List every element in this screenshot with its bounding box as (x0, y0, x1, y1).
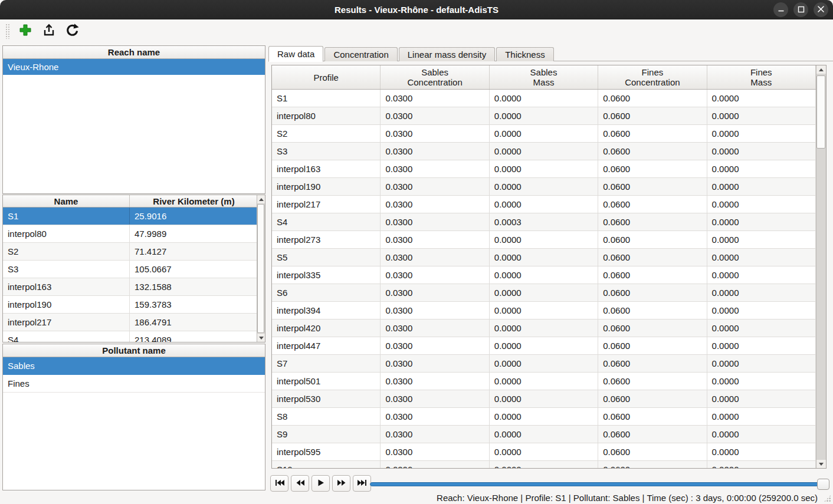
export-button[interactable] (41, 23, 57, 39)
tab[interactable]: Thickness (496, 47, 554, 61)
reach-list-item[interactable]: Vieux-Rhone (3, 59, 265, 75)
cell-sables-concentration: 0.0300 (381, 390, 489, 407)
cell-sables-mass: 0.0000 (490, 408, 598, 425)
table-row[interactable]: S6 0.0300 0.0000 0.0600 0.0000 (272, 284, 816, 302)
table-row[interactable]: interpol80 0.0300 0.0000 0.0600 0.0000 (272, 107, 816, 125)
play-icon (317, 479, 324, 489)
scroll-up-arrow-icon[interactable] (257, 195, 265, 203)
minimize-button[interactable] (773, 2, 788, 17)
table-row[interactable]: S5 0.0300 0.0000 0.0600 0.0000 (272, 249, 816, 266)
cell-fines-concentration: 0.0600 (598, 461, 707, 469)
cell-fines-mass: 0.0000 (707, 249, 816, 266)
maximize-button[interactable] (793, 2, 808, 17)
skip-last-icon (357, 479, 368, 489)
cell-profile: interpol595 (272, 443, 381, 460)
skip-first-button[interactable] (270, 475, 288, 492)
table-row[interactable]: S10 0.0300 0.0000 0.0600 0.0000 (272, 461, 816, 469)
data-table-scrollbar[interactable] (816, 65, 826, 468)
table-row[interactable]: S8 0.0300 0.0000 0.0600 0.0000 (272, 408, 816, 426)
play-button[interactable] (311, 475, 330, 492)
cell-sables-concentration: 0.0300 (381, 178, 489, 195)
cell-river-kilometer: 25.9016 (130, 207, 258, 225)
cell-sables-mass: 0.0000 (490, 302, 598, 319)
cell-fines-concentration: 0.0600 (598, 213, 707, 230)
table-row[interactable]: interpol595 0.0300 0.0000 0.0600 0.0000 (272, 443, 816, 461)
table-row[interactable]: S2 0.0300 0.0000 0.0600 0.0000 (272, 125, 816, 143)
toolbar-drag-handle[interactable] (5, 24, 10, 39)
table-row[interactable]: interpol394 0.0300 0.0000 0.0600 0.0000 (272, 302, 816, 319)
table-row[interactable]: interpol530 0.0300 0.0000 0.0600 0.0000 (272, 390, 816, 408)
profile-table-scrollbar[interactable] (257, 195, 265, 342)
cell-fines-mass: 0.0000 (707, 319, 816, 337)
table-row[interactable]: S1 0.0300 0.0000 0.0600 0.0000 (272, 90, 816, 107)
tab[interactable]: Concentration (324, 47, 397, 61)
cell-sables-concentration: 0.0300 (381, 249, 489, 266)
cell-sables-concentration: 0.0300 (381, 231, 489, 248)
cell-sables-concentration: 0.0300 (381, 426, 489, 443)
profile-row[interactable]: S1 25.9016 (3, 207, 258, 225)
tab[interactable]: Linear mass density (399, 47, 495, 61)
scrollbar-thumb[interactable] (816, 75, 825, 149)
profile-panel: Name River Kilometer (m) S1 25.9016 inte… (2, 195, 265, 342)
profile-row[interactable]: interpol163 132.1588 (3, 278, 258, 296)
profile-row[interactable]: interpol190 159.3783 (3, 296, 258, 314)
profile-row[interactable]: interpol217 186.4791 (3, 314, 258, 331)
cell-sables-mass: 0.0000 (490, 319, 598, 337)
time-slider-handle[interactable] (817, 479, 829, 490)
profile-row[interactable]: interpol80 47.9989 (3, 225, 258, 243)
cell-fines-mass: 0.0000 (707, 266, 816, 284)
cell-profile: interpol273 (272, 231, 381, 248)
cell-name: interpol217 (3, 314, 130, 331)
scrollbar-thumb[interactable] (257, 204, 264, 333)
minimize-icon (778, 5, 785, 15)
toolbar (0, 19, 833, 42)
tab[interactable]: Raw data (268, 46, 323, 62)
reach-panel: Reach name Vieux-Rhone (2, 45, 265, 194)
time-slider-track[interactable] (370, 482, 829, 486)
cell-sables-mass: 0.0000 (490, 231, 598, 248)
cell-fines-concentration: 0.0600 (598, 143, 707, 160)
cell-name: interpol80 (3, 225, 130, 242)
table-row[interactable]: S4 0.0300 0.0003 0.0600 0.0000 (272, 213, 816, 231)
cell-fines-concentration: 0.0600 (598, 160, 707, 177)
profile-row[interactable]: S4 213.4089 (3, 331, 258, 342)
skip-last-button[interactable] (353, 475, 371, 492)
close-button[interactable] (814, 2, 828, 17)
cell-sables-mass: 0.0000 (490, 443, 598, 460)
add-button[interactable] (17, 23, 34, 39)
table-row[interactable]: interpol447 0.0300 0.0000 0.0600 0.0000 (272, 337, 816, 355)
table-row[interactable]: interpol163 0.0300 0.0000 0.0600 0.0000 (272, 160, 816, 178)
column-header-river-kilometer: River Kilometer (m) (130, 195, 258, 207)
column-header: Fines Mass (707, 65, 816, 89)
table-row[interactable]: interpol273 0.0300 0.0000 0.0600 0.0000 (272, 231, 816, 249)
fast-forward-button[interactable] (332, 475, 350, 492)
table-row[interactable]: S9 0.0300 0.0000 0.0600 0.0000 (272, 426, 816, 443)
table-row[interactable]: interpol217 0.0300 0.0000 0.0600 0.0000 (272, 196, 816, 213)
cell-fines-mass: 0.0000 (707, 231, 816, 248)
table-row[interactable]: interpol420 0.0300 0.0000 0.0600 0.0000 (272, 319, 816, 337)
time-slider[interactable] (370, 479, 829, 490)
export-icon (42, 23, 56, 39)
cell-sables-mass: 0.0000 (490, 355, 598, 372)
scroll-down-arrow-icon[interactable] (257, 334, 265, 342)
cell-fines-mass: 0.0000 (707, 302, 816, 319)
cell-profile: S8 (272, 408, 381, 425)
column-header: Sables Mass (490, 65, 598, 89)
table-row[interactable]: S7 0.0300 0.0000 0.0600 0.0000 (272, 355, 816, 373)
rewind-button[interactable] (291, 475, 309, 492)
pollutant-list-item[interactable]: Fines (3, 375, 265, 393)
table-row[interactable]: interpol335 0.0300 0.0000 0.0600 0.0000 (272, 266, 816, 284)
column-header: Profile (272, 65, 381, 89)
scroll-down-arrow-icon[interactable] (816, 460, 826, 468)
profile-row[interactable]: S2 71.4127 (3, 243, 258, 261)
refresh-button[interactable] (64, 23, 81, 39)
cell-sables-mass: 0.0000 (490, 125, 598, 142)
table-row[interactable]: S3 0.0300 0.0000 0.0600 0.0000 (272, 143, 816, 160)
table-row[interactable]: interpol501 0.0300 0.0000 0.0600 0.0000 (272, 373, 816, 390)
table-row[interactable]: interpol190 0.0300 0.0000 0.0600 0.0000 (272, 178, 816, 196)
cell-sables-concentration: 0.0300 (381, 302, 489, 319)
profile-row[interactable]: S3 105.0667 (3, 261, 258, 278)
column-header: Sables Concentration (381, 65, 489, 89)
scroll-up-arrow-icon[interactable] (816, 65, 826, 74)
pollutant-list-item[interactable]: Sables (3, 357, 265, 375)
